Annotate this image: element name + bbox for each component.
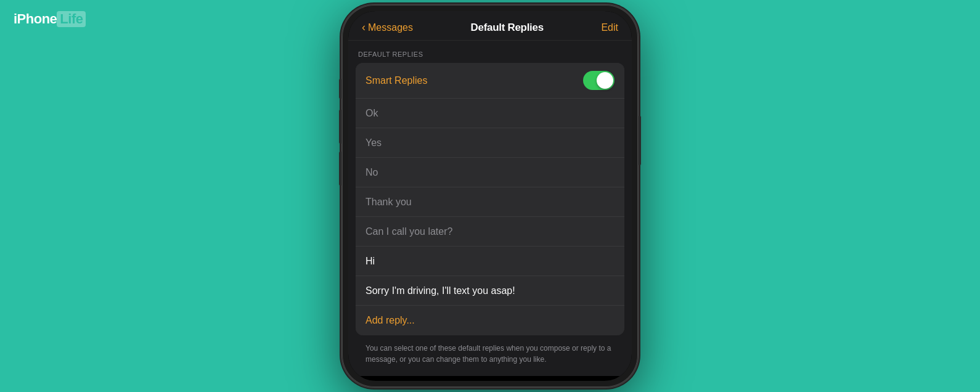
chevron-left-icon: ‹	[362, 21, 365, 34]
phone-body: ‹ Messages Default Replies Edit DEFAULT …	[342, 5, 638, 387]
volume-down-button	[339, 152, 341, 186]
list-item[interactable]: Hi	[356, 247, 624, 276]
edit-button[interactable]: Edit	[601, 22, 618, 33]
smart-replies-row[interactable]: Smart Replies	[356, 63, 624, 99]
page-title: Default Replies	[471, 22, 544, 34]
phone-screen: ‹ Messages Default Replies Edit DEFAULT …	[348, 11, 632, 381]
navigation-bar: ‹ Messages Default Replies Edit	[348, 11, 632, 41]
back-button[interactable]: ‹ Messages	[362, 21, 413, 34]
reply-text: Hi	[365, 256, 375, 267]
reply-text: Ok	[365, 108, 378, 119]
volume-up-button	[339, 110, 341, 144]
logo-iphone-text: iPhone	[14, 11, 57, 27]
phone-device: ‹ Messages Default Replies Edit DEFAULT …	[342, 5, 638, 387]
list-item[interactable]: Thank you	[356, 187, 624, 217]
logo-life-text: Life	[57, 11, 86, 27]
reply-text: Can I call you later?	[365, 226, 452, 237]
brand-logo: iPhone Life	[14, 11, 86, 27]
list-item[interactable]: Sorry I'm driving, I'll text you asap!	[356, 276, 624, 306]
reply-text: No	[365, 167, 378, 178]
toggle-knob	[597, 72, 613, 89]
section-header: DEFAULT REPLIES	[348, 41, 632, 63]
power-button	[639, 116, 641, 165]
reply-text: Yes	[365, 137, 382, 149]
replies-list: Smart Replies Ok Yes No	[356, 63, 624, 335]
back-label: Messages	[368, 22, 413, 33]
list-item[interactable]: No	[356, 158, 624, 187]
footer-description: You can select one of these default repl…	[348, 335, 632, 372]
content-area: DEFAULT REPLIES Smart Replies Ok Y	[348, 41, 632, 376]
reply-text: Thank you	[365, 197, 412, 208]
add-reply-label: Add reply...	[365, 315, 415, 326]
list-item[interactable]: Yes	[356, 128, 624, 158]
smart-replies-toggle[interactable]	[583, 71, 615, 90]
add-reply-row[interactable]: Add reply...	[356, 306, 624, 335]
mute-button	[339, 79, 341, 99]
list-item[interactable]: Can I call you later?	[356, 217, 624, 247]
smart-replies-label: Smart Replies	[365, 75, 427, 86]
list-item[interactable]: Ok	[356, 99, 624, 128]
reply-text: Sorry I'm driving, I'll text you asap!	[365, 285, 515, 296]
